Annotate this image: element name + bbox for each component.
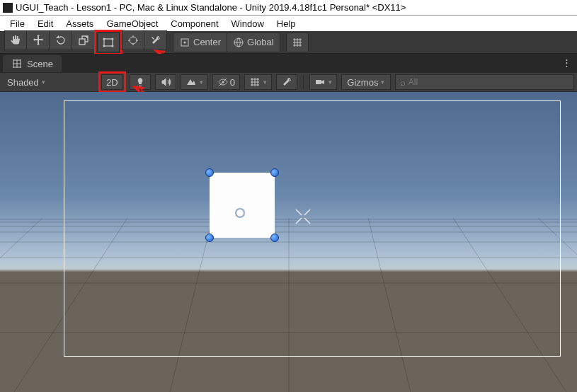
draw-mode-label: Shaded [7, 77, 39, 88]
svg-line-20 [0, 218, 42, 392]
main-toolbar: Center Global [0, 31, 577, 54]
rotate-tool-button[interactable] [50, 30, 72, 50]
svg-rect-11 [316, 80, 321, 84]
move-tool-button[interactable] [27, 30, 50, 50]
svg-point-2 [112, 38, 114, 40]
audio-icon [160, 76, 171, 88]
scale-tool-button[interactable] [72, 30, 95, 50]
window-title: UGUI_Teach - Lesson1 - PC, Mac & Linux S… [16, 2, 406, 13]
grid-icon [249, 76, 261, 88]
menu-assets[interactable]: Assets [60, 17, 99, 30]
lightbulb-icon [135, 76, 146, 88]
selected-ui-element[interactable] [210, 173, 275, 238]
effects-icon [185, 76, 197, 88]
scene-audio-toggle[interactable] [155, 74, 176, 90]
menu-component[interactable]: Component [165, 17, 224, 30]
gizmos-dropdown[interactable]: Gizmos [341, 74, 391, 90]
app-icon [3, 3, 13, 13]
svg-point-7 [184, 41, 186, 43]
tab-scene[interactable]: Scene [3, 55, 62, 72]
rect-handle-bottom-left[interactable] [205, 234, 214, 242]
center-icon [179, 37, 190, 48]
space-mode-label: Global [247, 37, 274, 47]
tab-scene-label: Scene [27, 59, 53, 69]
draw-mode-dropdown[interactable]: Shaded [3, 74, 95, 90]
annotation-highlight-rect-tool [94, 30, 122, 55]
scene-camera-dropdown[interactable] [309, 74, 337, 90]
scene-search-input[interactable] [409, 77, 569, 87]
globe-icon [233, 37, 244, 48]
search-icon: ⌕ [400, 77, 406, 88]
anchor-gizmo[interactable] [293, 207, 313, 229]
snap-group [286, 33, 309, 52]
rect-pivot-indicator[interactable] [235, 208, 245, 218]
svg-point-1 [103, 38, 105, 40]
tab-bar: Scene ⋮ [0, 54, 577, 72]
separator [303, 75, 304, 89]
scene-toolbar: Shaded 2D 0 Gizmos ⌕ [0, 72, 577, 92]
pivot-space-group: Center Global [173, 33, 280, 52]
scene-viewport[interactable] [0, 92, 577, 392]
annotation-highlight-2d: 2D [98, 71, 126, 93]
scene-icon [11, 58, 23, 69]
scene-lighting-toggle[interactable] [130, 74, 151, 90]
camera-icon [314, 76, 326, 88]
hand-tool-button[interactable] [4, 30, 27, 50]
snap-button[interactable] [286, 33, 309, 52]
scene-effects-dropdown[interactable] [181, 74, 208, 90]
menu-gameobject[interactable]: GameObject [101, 17, 164, 30]
scene-tools-button[interactable] [276, 74, 297, 90]
canvas-rect [64, 100, 561, 357]
svg-point-4 [112, 45, 114, 47]
scene-grid-dropdown[interactable] [244, 74, 272, 90]
transform-tool-button[interactable] [122, 30, 144, 50]
menu-file[interactable]: File [4, 17, 30, 30]
menu-edit[interactable]: Edit [32, 17, 59, 30]
rect-tool-button[interactable] [97, 33, 120, 52]
menu-help[interactable]: Help [271, 17, 302, 30]
svg-point-3 [103, 45, 105, 47]
svg-point-5 [130, 37, 137, 44]
rect-handle-bottom-right[interactable] [270, 234, 279, 242]
scene-visibility-toggle[interactable]: 0 [212, 74, 240, 90]
wrench-icon [281, 76, 292, 88]
pivot-mode-button[interactable]: Center [173, 33, 227, 52]
space-mode-button[interactable]: Global [227, 33, 280, 52]
pivot-mode-label: Center [193, 37, 221, 47]
eye-off-icon [217, 76, 229, 88]
custom-tools-button[interactable] [144, 30, 167, 50]
transform-tool-group [4, 30, 167, 54]
rect-handle-top-right[interactable] [270, 168, 279, 177]
scene-search[interactable]: ⌕ [395, 74, 574, 90]
menu-bar: File Edit Assets GameObject Component Wi… [0, 16, 577, 31]
tab-menu-button[interactable]: ⋮ [562, 57, 571, 68]
rect-handle-top-left[interactable] [205, 168, 214, 177]
menu-window[interactable]: Window [226, 17, 270, 30]
window-titlebar: UGUI_Teach - Lesson1 - PC, Mac & Linux S… [0, 0, 577, 16]
scene-2d-toggle[interactable]: 2D [101, 74, 123, 90]
svg-rect-0 [104, 39, 113, 46]
